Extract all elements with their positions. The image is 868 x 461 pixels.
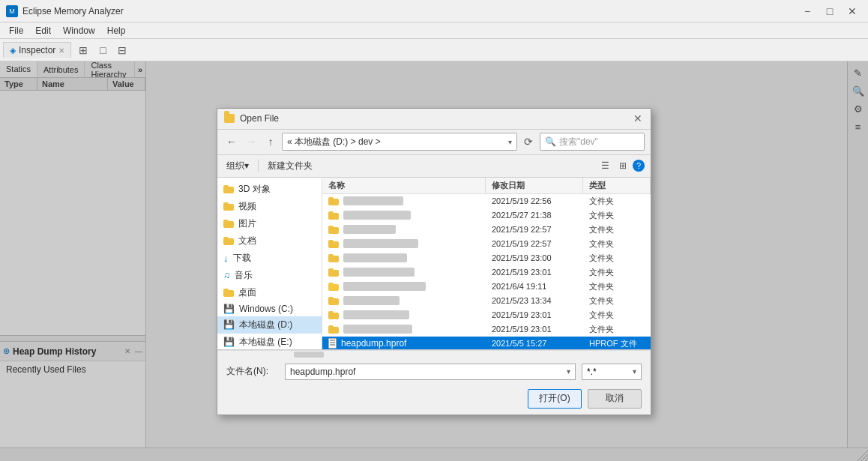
address-bar[interactable]: « 本地磁盘 (D:) > dev > ▾ [282,133,517,151]
nav-up-button[interactable]: ↑ [262,133,279,150]
cancel-button[interactable]: 取消 [588,389,642,409]
filename-dropdown-arrow: ▾ [567,367,570,376]
drive-c-icon: 💾 [223,304,235,314]
dialog-buttons: 打开(O) 取消 [217,385,651,415]
folder-icon-3 [328,226,339,234]
header-type[interactable]: 类型 [583,178,651,193]
nav-item-drive-d-label: 本地磁盘 (D:) [239,319,292,331]
folder-icon-2 [328,211,339,220]
file-name-2 [322,211,486,220]
nav-item-pictures-label: 图片 [238,217,256,230]
menu-help[interactable]: Help [101,24,132,37]
inspector-tab-label: Inspector [19,45,55,55]
file-type-6: 文件夹 [583,267,651,278]
file-name-5 [322,253,486,262]
nav-item-desktop[interactable]: 桌面 [217,284,322,301]
toolbar-btn-1[interactable]: ⊞ [74,41,92,59]
dialog-scrollbar[interactable] [217,350,651,359]
dialog-title-text: Open File [240,113,279,124]
file-date-9: 2021/5/19 23:01 [486,310,583,319]
folder-pictures-icon [223,220,234,228]
nav-item-downloads[interactable]: ↓ 下载 [217,250,322,267]
refresh-button[interactable]: ⟳ [520,133,537,150]
open-file-dialog: Open File ✕ ← → ↑ « 本地磁盘 (D:) > dev > ▾ … [217,108,651,415]
download-icon: ↓ [223,253,229,264]
open-button[interactable]: 打开(O) [528,389,582,409]
file-row-6[interactable]: 2021/5/19 23:01 文件夹 [322,265,651,280]
nav-forward-button[interactable]: → [243,133,259,150]
nav-back-button[interactable]: ← [223,133,240,150]
nav-item-drive-c[interactable]: 💾 Windows (C:) [217,301,322,316]
header-date[interactable]: 修改日期 [486,178,583,193]
file-date-5: 2021/5/19 23:00 [486,253,583,262]
file-row-7[interactable]: 2021/6/4 19:11 文件夹 [322,280,651,294]
filetype-select[interactable]: *.* ▾ [582,364,642,380]
nav-item-pictures[interactable]: 图片 [217,215,322,232]
file-row-1[interactable]: 2021/5/19 22:56 文件夹 [322,194,651,208]
file-name-9 [322,310,486,319]
file-date-7: 2021/6/4 19:11 [486,282,583,291]
file-date-8: 2021/5/23 13:34 [486,296,583,305]
file-type-9: 文件夹 [583,310,651,321]
close-button[interactable]: ✕ [843,4,862,19]
window-controls: − □ ✕ [798,4,862,19]
nav-item-drive-d[interactable]: 💾 本地磁盘 (D:) [217,316,322,334]
maximize-button[interactable]: □ [820,4,840,19]
toolbar-btn-3[interactable]: ⊟ [113,41,131,59]
scrollbar-thumb[interactable] [294,352,324,358]
inspector-tab[interactable]: ◈ Inspector ✕ [3,42,71,58]
nav-item-desktop-label: 桌面 [238,286,256,299]
dialog-overlay: Open File ✕ ← → ↑ « 本地磁盘 (D:) > dev > ▾ … [0,61,868,461]
file-type-8: 文件夹 [583,295,651,307]
dialog-browser: 3D 对象 视频 图片 文档 ↓ [217,178,651,350]
nav-item-docs[interactable]: 文档 [217,232,322,250]
organize-button[interactable]: 组织▾ [223,158,252,174]
file-type-1: 文件夹 [583,196,651,207]
menu-file[interactable]: File [3,24,29,37]
file-date-2: 2021/5/27 21:38 [486,211,583,220]
minimize-button[interactable]: − [798,4,817,19]
dialog-close-button[interactable]: ✕ [631,112,645,125]
nav-tree: 3D 对象 视频 图片 文档 ↓ [217,178,322,349]
view-list-button[interactable]: ☰ [597,157,613,174]
file-row-8[interactable]: 2021/5/23 13:34 文件夹 [322,294,651,308]
file-row-10[interactable]: 2021/5/19 23:01 文件夹 [322,322,651,337]
search-box[interactable]: 🔍 搜索"dev" [540,133,645,151]
file-row-9[interactable]: 2021/5/19 23:01 文件夹 [322,308,651,322]
file-row-4[interactable]: 2021/5/19 22:57 文件夹 [322,237,651,251]
file-row-hprof[interactable]: heapdump.hprof 2021/5/5 15:27 HPROF 文件 [322,337,651,349]
search-placeholder: 搜索"dev" [559,136,598,148]
file-name-1 [322,196,486,205]
blurred-name-8 [343,296,400,305]
file-date-3: 2021/5/19 22:57 [486,225,583,234]
nav-item-3d[interactable]: 3D 对象 [217,181,322,198]
file-type-10: 文件夹 [583,324,651,335]
blurred-name-6 [343,268,415,277]
inspector-tab-close[interactable]: ✕ [58,46,64,55]
hprof-file-icon [328,338,337,349]
menu-edit[interactable]: Edit [29,24,57,37]
folder-video-icon [223,202,234,211]
dialog-toolbar: 组织▾ 新建文件夹 ☰ ⊞ ? [217,155,651,178]
view-grid-button[interactable]: ⊞ [615,157,631,174]
filename-input[interactable]: heapdump.hprof ▾ [285,364,576,380]
filetype-arrow: ▾ [633,367,636,376]
nav-item-music[interactable]: ♫ 音乐 [217,267,322,284]
toolbar-btn-2[interactable]: □ [94,41,112,59]
file-date-4: 2021/5/19 22:57 [486,239,583,248]
filename-bar: 文件名(N): heapdump.hprof ▾ *.* ▾ [217,359,651,385]
nav-item-video[interactable]: 视频 [217,198,322,215]
file-row-2[interactable]: 2021/5/27 21:38 文件夹 [322,208,651,223]
nav-item-drive-e[interactable]: 💾 本地磁盘 (E:) [217,334,322,349]
file-row-5[interactable]: 2021/5/19 23:00 文件夹 [322,251,651,265]
file-row-3[interactable]: 2021/5/19 22:57 文件夹 [322,223,651,237]
menu-bar: File Edit Window Help [0,22,868,39]
folder-icon-6 [328,268,339,277]
blurred-name-7 [343,282,426,291]
dialog-folder-icon [223,112,235,124]
file-date-hprof: 2021/5/5 15:27 [486,339,583,348]
menu-window[interactable]: Window [57,24,101,37]
view-help-button[interactable]: ? [633,160,645,172]
new-folder-button[interactable]: 新建文件夹 [265,158,316,174]
header-name[interactable]: 名称 [322,178,486,193]
